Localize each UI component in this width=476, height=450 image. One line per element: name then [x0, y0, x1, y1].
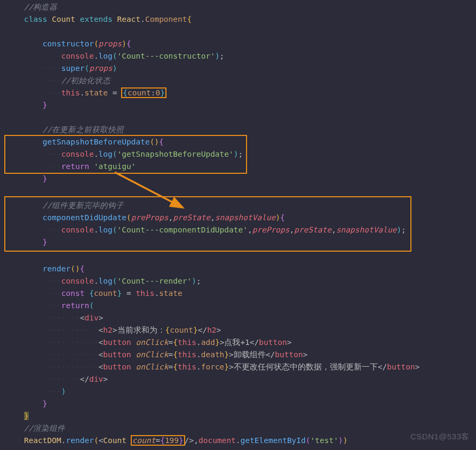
highlight-initial-state: {count:0} [122, 88, 166, 98]
highlight-count-prop: count={199} [131, 436, 185, 445]
code-editor: //构造器 class Count extends React.Componen… [0, 0, 476, 447]
highlight-didUpdate: //组件更新完毕的钩子 componentDidUpdate(preProps,… [5, 197, 410, 251]
watermark: CSDN1@533客 [410, 430, 470, 443]
highlight-getSnapshot: getSnapshotBeforeUpdate(){ ····console.l… [5, 136, 246, 173]
comment-top: //构造器 [24, 3, 57, 11]
